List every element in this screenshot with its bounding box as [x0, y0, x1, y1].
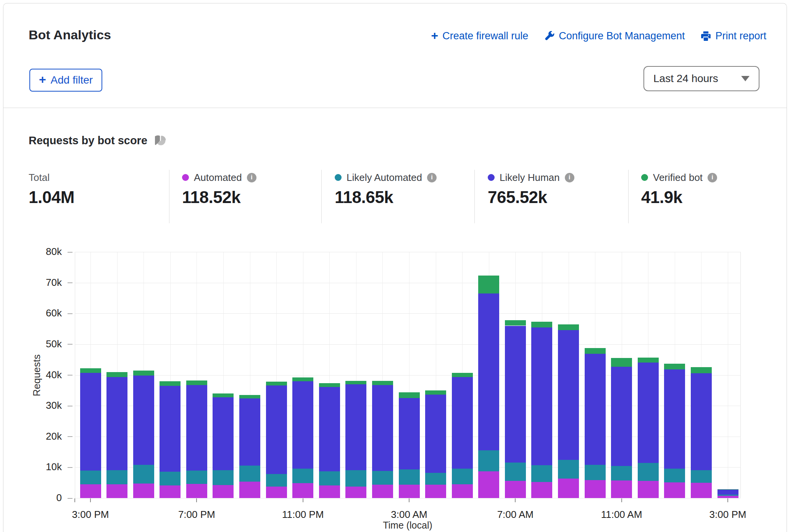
bar-segment-verified-bot[interactable]: [691, 367, 712, 373]
bar-segment-automated[interactable]: [452, 484, 473, 498]
bar-segment-automated[interactable]: [425, 485, 446, 498]
bar-segment-automated[interactable]: [691, 483, 712, 498]
bar-segment-likely-human[interactable]: [399, 398, 420, 469]
bar-segment-automated[interactable]: [717, 496, 738, 498]
bar-segment-verified-bot[interactable]: [585, 348, 606, 354]
bar-segment-automated[interactable]: [372, 485, 393, 498]
bar-segment-verified-bot[interactable]: [717, 489, 738, 490]
bar-segment-verified-bot[interactable]: [266, 382, 287, 385]
bar-segment-likely-automated[interactable]: [478, 450, 499, 471]
bar-segment-likely-automated[interactable]: [425, 473, 446, 485]
bar-segment-verified-bot[interactable]: [345, 381, 366, 384]
bar-segment-verified-bot[interactable]: [478, 276, 499, 293]
bar-segment-verified-bot[interactable]: [133, 371, 154, 376]
add-filter-button[interactable]: + Add filter: [29, 69, 102, 92]
bar-segment-verified-bot[interactable]: [239, 395, 260, 398]
bar-segment-automated[interactable]: [239, 482, 260, 498]
configure-bot-management-link[interactable]: Configure Bot Management: [544, 30, 685, 42]
bar-segment-automated[interactable]: [345, 487, 366, 498]
bar-segment-likely-human[interactable]: [319, 387, 340, 471]
bar-segment-likely-human[interactable]: [531, 327, 552, 465]
bar-segment-likely-human[interactable]: [505, 326, 526, 463]
bar-segment-automated[interactable]: [133, 484, 154, 498]
bar-segment-automated[interactable]: [266, 487, 287, 498]
bar-segment-likely-human[interactable]: [717, 489, 738, 495]
bar-segment-verified-bot[interactable]: [638, 358, 659, 363]
bar-segment-likely-automated[interactable]: [505, 463, 526, 481]
bar-segment-verified-bot[interactable]: [531, 322, 552, 327]
bar-segment-automated[interactable]: [585, 480, 606, 498]
bar-segment-automated[interactable]: [160, 485, 181, 498]
bar-segment-likely-human[interactable]: [292, 381, 313, 469]
bar-segment-likely-automated[interactable]: [531, 465, 552, 482]
bar-segment-likely-human[interactable]: [585, 354, 606, 465]
bar-segment-likely-human[interactable]: [266, 385, 287, 474]
bar-segment-automated[interactable]: [106, 484, 127, 498]
bar-segment-likely-human[interactable]: [611, 367, 632, 466]
bar-segment-verified-bot[interactable]: [452, 373, 473, 377]
bar-segment-likely-automated[interactable]: [160, 472, 181, 485]
bar-segment-likely-human[interactable]: [213, 397, 234, 471]
bar-segment-automated[interactable]: [399, 485, 420, 498]
bar-segment-likely-automated[interactable]: [266, 474, 287, 487]
bar-segment-likely-automated[interactable]: [585, 465, 606, 480]
bar-segment-automated[interactable]: [213, 485, 234, 498]
bar-segment-likely-automated[interactable]: [611, 466, 632, 480]
bar-segment-verified-bot[interactable]: [160, 381, 181, 386]
bar-segment-likely-automated[interactable]: [319, 471, 340, 485]
bar-segment-likely-automated[interactable]: [452, 469, 473, 484]
bar-segment-verified-bot[interactable]: [505, 320, 526, 326]
bar-segment-likely-human[interactable]: [425, 395, 446, 473]
bar-segment-likely-automated[interactable]: [717, 495, 738, 495]
bar-segment-likely-human[interactable]: [452, 377, 473, 468]
bar-segment-likely-automated[interactable]: [691, 470, 712, 483]
bar-segment-verified-bot[interactable]: [106, 372, 127, 377]
bar-segment-verified-bot[interactable]: [292, 377, 313, 381]
bar-segment-automated[interactable]: [611, 480, 632, 498]
bar-segment-likely-automated[interactable]: [399, 469, 420, 485]
create-firewall-rule-link[interactable]: + Create firewall rule: [431, 30, 528, 42]
bar-segment-automated[interactable]: [478, 471, 499, 498]
info-icon[interactable]: i: [247, 173, 256, 182]
bar-segment-likely-automated[interactable]: [345, 470, 366, 487]
bar-segment-verified-bot[interactable]: [80, 368, 101, 373]
bar-segment-likely-human[interactable]: [239, 398, 260, 466]
bar-segment-likely-automated[interactable]: [80, 471, 101, 484]
bar-segment-automated[interactable]: [664, 482, 685, 498]
bar-segment-verified-bot[interactable]: [425, 390, 446, 395]
bar-segment-likely-human[interactable]: [186, 385, 207, 471]
bar-segment-verified-bot[interactable]: [213, 393, 234, 397]
bar-segment-likely-automated[interactable]: [133, 465, 154, 484]
bar-segment-verified-bot[interactable]: [186, 380, 207, 385]
bar-segment-automated[interactable]: [292, 483, 313, 498]
bar-segment-likely-automated[interactable]: [664, 469, 685, 482]
bar-segment-likely-human[interactable]: [80, 373, 101, 471]
bar-segment-likely-automated[interactable]: [106, 470, 127, 484]
bar-segment-likely-automated[interactable]: [638, 463, 659, 481]
bar-segment-likely-automated[interactable]: [292, 469, 313, 483]
bar-segment-automated[interactable]: [80, 484, 101, 498]
bar-segment-likely-human[interactable]: [558, 330, 579, 460]
bar-segment-likely-human[interactable]: [664, 369, 685, 469]
bar-segment-likely-human[interactable]: [160, 386, 181, 472]
bar-segment-likely-human[interactable]: [106, 377, 127, 470]
bar-segment-verified-bot[interactable]: [372, 381, 393, 385]
bar-segment-likely-human[interactable]: [133, 376, 154, 465]
print-report-link[interactable]: Print report: [701, 30, 766, 42]
info-icon[interactable]: i: [708, 173, 717, 182]
bar-segment-verified-bot[interactable]: [558, 324, 579, 330]
bar-segment-likely-human[interactable]: [691, 373, 712, 470]
bar-segment-automated[interactable]: [531, 482, 552, 498]
info-icon[interactable]: i: [565, 173, 574, 182]
bar-segment-likely-human[interactable]: [638, 363, 659, 463]
bar-segment-automated[interactable]: [558, 479, 579, 498]
bar-segment-verified-bot[interactable]: [399, 392, 420, 398]
info-icon[interactable]: i: [427, 173, 437, 182]
bar-segment-automated[interactable]: [638, 481, 659, 498]
bar-segment-likely-automated[interactable]: [239, 466, 260, 482]
bar-segment-likely-automated[interactable]: [213, 470, 234, 485]
bar-segment-likely-human[interactable]: [478, 293, 499, 450]
bar-segment-likely-automated[interactable]: [558, 460, 579, 479]
bar-segment-verified-bot[interactable]: [319, 383, 340, 387]
bar-segment-likely-human[interactable]: [345, 384, 366, 471]
